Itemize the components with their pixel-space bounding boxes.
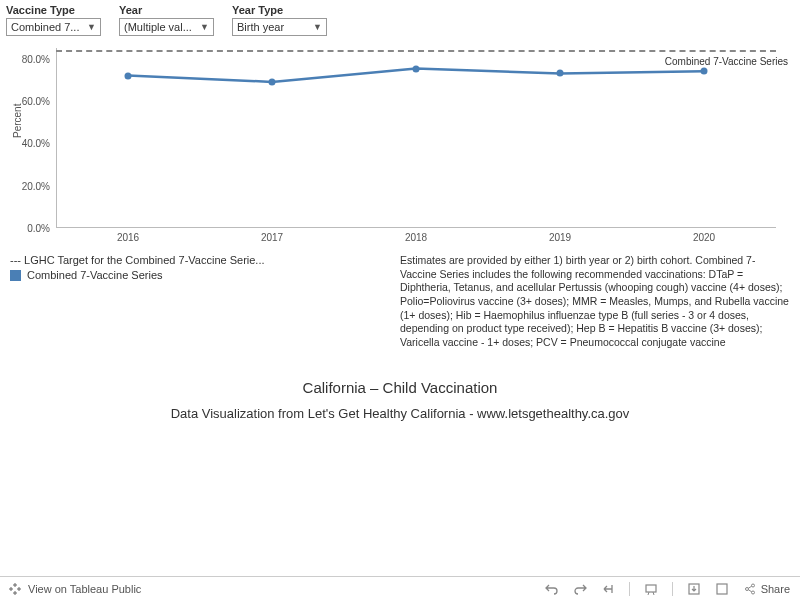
page-title: California – Child Vaccination [0,379,800,396]
legend-series-text: Combined 7-Vaccine Series [27,269,163,281]
tableau-logo-icon [8,582,22,596]
chart-area: Percent 0.0%20.0%40.0%60.0%80.0% Combine… [10,48,790,248]
year-type-select[interactable]: Birth year ▼ [232,18,327,36]
legend-target: --- LGHC Target for the Combined 7-Vacci… [10,254,380,266]
y-tick: 20.0% [10,180,50,191]
legend-swatch-icon [10,270,21,281]
svg-point-16 [751,591,754,594]
below-chart: --- LGHC Target for the Combined 7-Vacci… [0,250,800,353]
reset-icon[interactable] [601,582,615,596]
download-icon[interactable] [687,582,701,596]
filter-label: Year [119,4,214,16]
view-on-tableau-button[interactable]: View on Tableau Public [0,582,149,596]
redo-icon[interactable] [573,582,587,596]
toolbar: View on Tableau Public Share [0,576,800,600]
x-tick: 2020 [693,232,715,243]
line-series [56,48,776,228]
filter-year: Year (Multiple val... ▼ [119,4,214,36]
description-text: Estimates are provided by either 1) birt… [400,254,790,349]
svg-rect-9 [646,585,656,592]
x-tick: 2017 [261,232,283,243]
toolbar-right: Share [535,582,800,596]
filter-label: Year Type [232,4,327,16]
legend-series: Combined 7-Vaccine Series [10,269,380,281]
legend-target-text: --- LGHC Target for the Combined 7-Vacci… [10,254,265,266]
series-label: Combined 7-Vaccine Series [665,56,788,67]
data-point[interactable] [269,78,276,85]
toolbar-separator [672,582,673,596]
data-point[interactable] [125,72,132,79]
share-label: Share [761,583,790,595]
titles: California – Child Vaccination Data Visu… [0,379,800,421]
y-tick: 80.0% [10,53,50,64]
year-select[interactable]: (Multiple val... ▼ [119,18,214,36]
filter-year-type: Year Type Birth year ▼ [232,4,327,36]
svg-point-15 [751,584,754,587]
select-value: (Multiple val... [124,21,192,33]
x-tick: 2016 [117,232,139,243]
toolbar-separator [629,582,630,596]
share-icon [743,582,757,596]
data-point[interactable] [557,70,564,77]
filter-bar: Vaccine Type Combined 7... ▼ Year (Multi… [0,0,800,40]
filter-label: Vaccine Type [6,4,101,16]
svg-line-18 [748,589,751,591]
y-tick: 40.0% [10,138,50,149]
fullscreen-icon[interactable] [715,582,729,596]
page-subtitle: Data Visualization from Let's Get Health… [0,406,800,421]
filter-vaccine-type: Vaccine Type Combined 7... ▼ [6,4,101,36]
share-button[interactable]: Share [743,582,790,596]
data-point[interactable] [701,68,708,75]
y-tick: 60.0% [10,95,50,106]
data-point[interactable] [413,65,420,72]
select-value: Combined 7... [11,21,79,33]
undo-icon[interactable] [545,582,559,596]
svg-line-17 [748,586,751,588]
y-axis-label: Percent [12,104,23,138]
svg-rect-13 [717,584,727,594]
chevron-down-icon: ▼ [87,22,96,32]
vaccine-type-select[interactable]: Combined 7... ▼ [6,18,101,36]
chevron-down-icon: ▼ [200,22,209,32]
view-label: View on Tableau Public [28,583,141,595]
chevron-down-icon: ▼ [313,22,322,32]
presentation-icon[interactable] [644,582,658,596]
svg-point-14 [745,587,748,590]
legend: --- LGHC Target for the Combined 7-Vacci… [10,254,380,349]
select-value: Birth year [237,21,284,33]
x-tick: 2019 [549,232,571,243]
chart: Percent 0.0%20.0%40.0%60.0%80.0% Combine… [0,40,800,250]
x-tick: 2018 [405,232,427,243]
y-tick: 0.0% [10,223,50,234]
